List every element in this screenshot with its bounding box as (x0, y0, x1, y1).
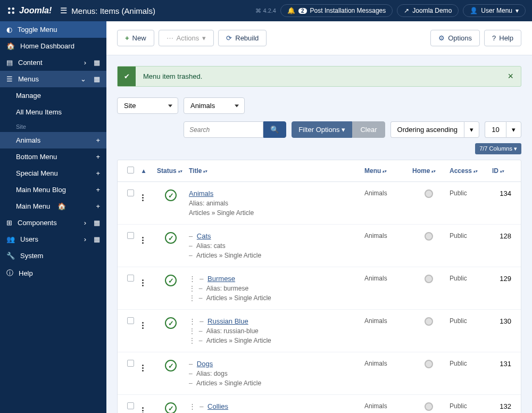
th-access[interactable]: Access ▴▾ (447, 166, 490, 176)
home-toggle[interactable] (425, 402, 433, 411)
user-menu-button[interactable]: 👤 User Menu ▾ (463, 4, 526, 17)
post-install-button[interactable]: 🔔 2 Post Installation Messages (280, 4, 393, 17)
demo-button[interactable]: ↗ Joomla Demo (397, 4, 459, 17)
row-check[interactable] (127, 189, 134, 196)
item-path: ⋮ – Articles » Single Article (189, 294, 360, 302)
table-row: ✓– Cats– Alias: cats– Articles » Single … (118, 225, 521, 267)
filter-options-button[interactable]: Filter Options ▾ (292, 121, 352, 138)
actions-button[interactable]: ⋯ Actions ▾ (159, 30, 214, 46)
sidebar-menu-blog[interactable]: Main Menu Blog + (0, 181, 106, 198)
ordering-select[interactable]: Ordering ascending (390, 121, 464, 138)
item-title-link[interactable]: Russian Blue (207, 317, 248, 325)
search-button[interactable]: 🔍 (263, 121, 286, 138)
sidebar-menus[interactable]: ☰ Menus ⌄ ▦ (0, 71, 106, 87)
row-check[interactable] (127, 232, 134, 239)
sidebar-menu-bottom[interactable]: Bottom Menu + (0, 148, 106, 165)
sidebar-content[interactable]: ▤ Content › ▦ (0, 54, 106, 71)
dashboard-icon[interactable]: ▦ (94, 219, 100, 227)
item-menu: Animals (362, 188, 410, 198)
alert-close-button[interactable]: × (500, 67, 521, 86)
sidebar-menu-animals[interactable]: Animals + (0, 132, 106, 148)
status-published-button[interactable]: ✓ (165, 232, 177, 244)
list-icon: ☰ (6, 75, 13, 83)
toggle-menu[interactable]: ◐ Toggle Menu (0, 21, 106, 38)
rebuild-button[interactable]: ⟳ Rebuild (218, 30, 267, 46)
search-input[interactable] (184, 121, 263, 138)
brand-text: Joomla! (19, 6, 52, 15)
th-menu[interactable]: Menu ▴▾ (362, 166, 410, 176)
sidebar-components[interactable]: ⊞ Components › ▦ (0, 214, 106, 231)
users-icon: 👥 (6, 235, 15, 243)
row-check[interactable] (127, 360, 134, 367)
sort-icon: ▴▾ (473, 170, 478, 172)
th-id[interactable]: ID ▴▾ (490, 166, 513, 176)
add-icon[interactable]: + (96, 153, 100, 161)
brand-logo[interactable]: Joomla! (6, 6, 52, 15)
version-label[interactable]: ⌘ 4.2.4 (255, 7, 276, 14)
drag-handle[interactable] (142, 363, 144, 371)
item-menu: Animals (362, 359, 410, 368)
drag-handle[interactable] (142, 235, 144, 244)
sort-icon: ▴▾ (500, 170, 504, 172)
client-select[interactable]: Site (117, 97, 178, 114)
add-icon[interactable]: + (96, 186, 100, 194)
home-toggle[interactable] (425, 360, 433, 368)
limit-toggle[interactable]: ▾ (506, 121, 521, 138)
drag-handle[interactable] (142, 406, 144, 413)
drag-handle[interactable] (142, 278, 144, 286)
add-icon[interactable]: + (96, 136, 100, 144)
sidebar-help[interactable]: ⓘ Help (0, 264, 106, 282)
status-published-button[interactable]: ✓ (165, 360, 177, 371)
status-published-button[interactable]: ✓ (165, 275, 177, 286)
sidebar-system[interactable]: 🔧 System (0, 247, 106, 264)
options-button[interactable]: ⚙ Options (430, 30, 480, 46)
row-check[interactable] (127, 317, 134, 324)
drag-handle[interactable] (142, 193, 144, 201)
th-status[interactable]: Status ▴▾ (155, 166, 187, 176)
add-icon[interactable]: + (96, 202, 100, 210)
status-published-button[interactable]: ✓ (165, 189, 177, 201)
toggle-icon: ◐ (6, 26, 12, 34)
item-title-link[interactable]: Burmese (207, 275, 235, 283)
columns-button[interactable]: 7/7 Columns ▾ (475, 143, 521, 154)
drag-handle[interactable] (142, 320, 144, 329)
row-check[interactable] (127, 402, 134, 409)
sidebar-users[interactable]: 👥 Users › ▦ (0, 231, 106, 247)
clear-button[interactable]: Clear (352, 121, 385, 138)
file-icon: ▤ (6, 59, 13, 67)
status-published-button[interactable]: ✓ (165, 402, 177, 413)
status-published-button[interactable]: ✓ (165, 317, 177, 329)
topbar-right: ⌘ 4.2.4 🔔 2 Post Installation Messages ↗… (255, 4, 526, 17)
menu-select[interactable]: Animals (184, 97, 245, 114)
sidebar-all-items[interactable]: All Menu Items (0, 104, 106, 120)
home-toggle[interactable] (425, 317, 433, 326)
home-toggle[interactable] (425, 189, 433, 198)
sidebar-menu-special[interactable]: Special Menu + (0, 165, 106, 181)
item-title-link[interactable]: Dogs (197, 360, 213, 368)
help-button[interactable]: ? Help (484, 30, 521, 46)
th-order[interactable]: ▴ (140, 166, 155, 176)
item-title-link[interactable]: Collies (207, 402, 228, 410)
ordering-toggle[interactable]: ▾ (464, 121, 479, 138)
new-button[interactable]: + New (117, 30, 154, 46)
chevron-right-icon: › (84, 235, 86, 243)
limit-select[interactable]: 10 (485, 121, 506, 138)
item-title-link[interactable]: Cats (197, 232, 211, 240)
dashboard-icon[interactable]: ▦ (94, 59, 100, 67)
th-title[interactable]: Title ▴▾ (187, 166, 362, 176)
row-check[interactable] (127, 275, 134, 282)
dashboard-icon[interactable]: ▦ (94, 235, 100, 243)
ellipsis-icon: ⋯ (167, 34, 173, 42)
add-icon[interactable]: + (96, 169, 100, 177)
item-access: Public (447, 359, 490, 368)
sidebar-manage[interactable]: Manage (0, 87, 106, 104)
alert-success: ✔ Menu item trashed. × (117, 66, 521, 87)
home-toggle[interactable] (425, 275, 433, 283)
check-all[interactable] (127, 167, 134, 174)
th-home[interactable]: Home ▴▾ (410, 166, 447, 176)
sidebar-menu-main[interactable]: Main Menu 🏠 + (0, 198, 106, 214)
item-title-link[interactable]: Animals (189, 189, 213, 197)
dashboard-icon[interactable]: ▦ (94, 75, 100, 83)
sidebar-home-dashboard[interactable]: 🏠 Home Dashboard (0, 38, 106, 54)
home-toggle[interactable] (425, 232, 433, 241)
